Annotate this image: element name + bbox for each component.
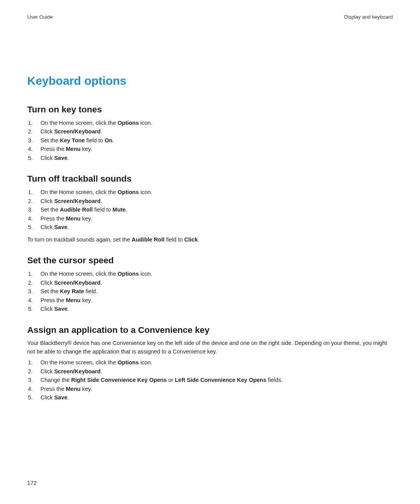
step-item: Set the Key Tone field to On.: [27, 136, 393, 145]
bold-term: Key Tone: [60, 137, 85, 144]
step-item: Click Screen/Keyboard.: [27, 127, 393, 136]
bold-term: Right Side Convenience Key Opens: [71, 377, 167, 383]
bold-term: Key Rate: [60, 288, 84, 294]
section-heading: Assign an application to a Convenience k…: [27, 325, 393, 335]
bold-term: Save: [54, 155, 67, 161]
step-item: Set the Key Rate field.: [27, 287, 393, 296]
bold-term: Save: [54, 306, 67, 312]
page: User Guide Display and keyboard Keyboard…: [0, 0, 420, 504]
bold-term: Save: [54, 394, 67, 401]
steps-list: On the Home screen, click the Options ic…: [27, 188, 393, 231]
step-item: Click Screen/Keyboard.: [27, 367, 393, 376]
bold-term: Options: [117, 271, 139, 277]
step-item: Click Screen/Keyboard.: [27, 197, 393, 205]
bold-term: Menu: [66, 146, 80, 152]
step-item: Press the Menu key.: [27, 214, 393, 223]
page-number: 172: [27, 480, 37, 486]
bold-term: Screen/Keyboard: [54, 198, 100, 204]
step-item: Click Save.: [27, 393, 393, 402]
step-item: Click Save.: [27, 154, 393, 162]
step-item: Press the Menu key.: [27, 296, 393, 304]
bold-term: Menu: [66, 386, 80, 392]
section: Turn on key tonesOn the Home screen, cli…: [27, 105, 393, 162]
header-right: Display and keyboard: [344, 14, 393, 20]
section: Set the cursor speedOn the Home screen, …: [27, 256, 393, 313]
steps-list: On the Home screen, click the Options ic…: [27, 358, 393, 402]
section: Assign an application to a Convenience k…: [27, 325, 393, 402]
step-item: Click Save.: [27, 223, 393, 231]
bold-term: Screen/Keyboard: [54, 128, 100, 135]
bold-term: Menu: [66, 215, 80, 222]
section-heading: Set the cursor speed: [27, 256, 393, 266]
step-item: On the Home screen, click the Options ic…: [27, 358, 393, 367]
step-item: Click Screen/Keyboard.: [27, 278, 393, 287]
bold-term: Screen/Keyboard: [54, 368, 100, 374]
bold-term: Options: [117, 189, 139, 195]
page-title: Keyboard options: [27, 74, 393, 88]
bold-term: Menu: [66, 297, 80, 303]
bold-term: Save: [54, 224, 67, 230]
steps-list: On the Home screen, click the Options ic…: [27, 270, 393, 313]
bold-term: Click: [184, 236, 198, 243]
bold-term: Options: [117, 359, 139, 366]
section-heading: Turn off trackball sounds: [27, 174, 393, 184]
step-item: Press the Menu key.: [27, 385, 393, 393]
step-item: Change the Right Side Convenience Key Op…: [27, 376, 393, 384]
step-item: On the Home screen, click the Options ic…: [27, 188, 393, 196]
section-heading: Turn on key tones: [27, 105, 393, 115]
bold-term: Screen/Keyboard: [54, 280, 100, 286]
section-note: To turn on trackball sounds again, set t…: [27, 236, 393, 244]
bold-term: Mute: [112, 206, 126, 213]
bold-term: Left Side Convenience Key Opens: [175, 377, 266, 383]
running-header: User Guide Display and keyboard: [27, 14, 393, 20]
bold-term: On: [105, 137, 112, 144]
header-left: User Guide: [27, 14, 53, 20]
bold-term: Audible Roll: [131, 236, 164, 243]
step-item: On the Home screen, click the Options ic…: [27, 270, 393, 278]
section-intro: Your BlackBerry® device has one Convenie…: [27, 339, 393, 356]
bold-term: Audible Roll: [60, 206, 93, 213]
step-item: Click Save.: [27, 304, 393, 313]
step-item: Set the Audible Roll field to Mute.: [27, 205, 393, 214]
step-item: On the Home screen, click the Options ic…: [27, 119, 393, 127]
bold-term: Options: [117, 120, 139, 126]
section: Turn off trackball soundsOn the Home scr…: [27, 174, 393, 244]
content-body: Turn on key tonesOn the Home screen, cli…: [27, 105, 393, 402]
step-item: Press the Menu key.: [27, 145, 393, 153]
steps-list: On the Home screen, click the Options ic…: [27, 119, 393, 162]
